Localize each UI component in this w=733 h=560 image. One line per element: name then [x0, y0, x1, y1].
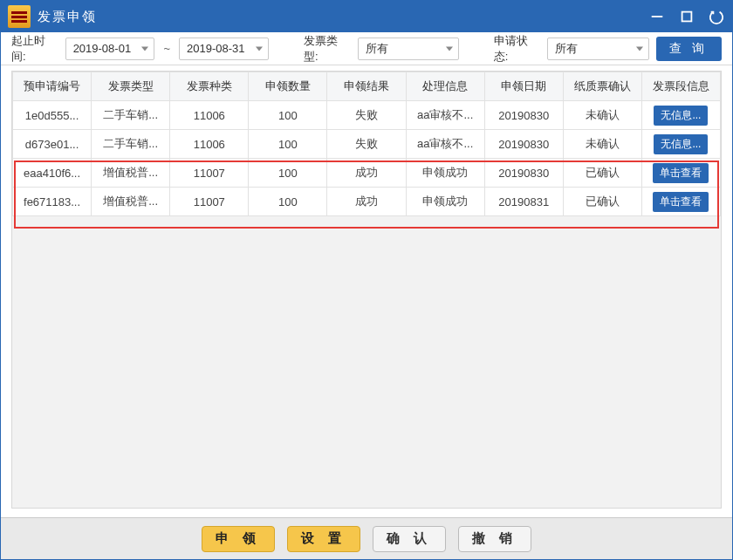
segment-info-button[interactable]: 无信息... [654, 106, 708, 126]
footer-bar: 申 领 设 置 确 认 撤 销 [1, 517, 732, 559]
cell-info: 申领成功 [406, 159, 484, 188]
cell-date: 20190830 [484, 159, 563, 188]
window-title: 发票申领 [38, 9, 97, 25]
cell-seg: 无信息... [641, 101, 720, 130]
cell-kind: 11007 [170, 159, 249, 188]
cell-date: 20190831 [484, 188, 563, 216]
apply-button[interactable]: 申 领 [202, 526, 275, 552]
cell-result: 成功 [327, 188, 406, 216]
apply-status-value: 所有 [555, 41, 578, 57]
col-kind: 发票种类 [170, 72, 249, 101]
title-bar: 发票申领 [1, 1, 732, 32]
minimize-icon[interactable] [648, 8, 666, 25]
col-date: 申领日期 [484, 72, 563, 101]
cell-info: aa审核不... [406, 101, 484, 130]
col-confirm: 纸质票确认 [563, 72, 641, 101]
title-bar-left: 发票申领 [8, 5, 97, 28]
cell-confirm: 已确认 [563, 188, 641, 216]
chevron-down-icon [256, 46, 263, 51]
confirm-button[interactable]: 确 认 [373, 526, 446, 552]
cell-type: 二手车销... [92, 101, 170, 130]
cell-qty: 100 [249, 130, 327, 159]
table-row[interactable]: eaa410f6...增值税普...11007100成功申领成功20190830… [13, 159, 721, 188]
table-header-row: 预申请编号 发票类型 发票种类 申领数量 申领结果 处理信息 申领日期 纸质票确… [13, 72, 721, 101]
invoice-type-label: 发票类型: [304, 33, 351, 65]
settings-button[interactable]: 设 置 [287, 526, 360, 552]
cell-type: 增值税普... [92, 159, 170, 188]
date-from-value: 2019-08-01 [73, 42, 132, 55]
col-seg: 发票段信息 [641, 72, 720, 101]
cell-seg: 无信息... [641, 130, 720, 159]
invoice-type-value: 所有 [366, 41, 388, 57]
cell-id: fe671183... [13, 188, 92, 216]
cell-result: 失败 [327, 130, 406, 159]
table-container: 预申请编号 发票类型 发票种类 申领数量 申领结果 处理信息 申领日期 纸质票确… [1, 65, 732, 517]
cell-kind: 11007 [170, 188, 249, 216]
date-range-separator: ~ [161, 42, 172, 55]
cell-seg: 单击查看 [641, 159, 720, 188]
cell-qty: 100 [249, 101, 327, 130]
segment-info-button[interactable]: 单击查看 [653, 163, 709, 183]
date-to-value: 2019-08-31 [187, 42, 245, 55]
app-logo-icon [8, 5, 31, 28]
maximize-icon[interactable] [678, 8, 695, 25]
col-result: 申领结果 [327, 72, 406, 101]
apply-status-label: 申请状态: [494, 33, 541, 65]
cell-qty: 100 [249, 188, 327, 216]
invoice-type-select[interactable]: 所有 [358, 38, 459, 60]
table-row[interactable]: d673e01...二手车销...11006100失败aa审核不...20190… [13, 130, 721, 159]
table-row[interactable]: fe671183...增值税普...11007100成功申领成功20190831… [13, 188, 721, 216]
back-icon[interactable] [708, 8, 725, 25]
cell-confirm: 未确认 [563, 130, 641, 159]
cancel-button[interactable]: 撤 销 [458, 526, 531, 552]
svg-rect-1 [682, 12, 692, 22]
cell-info: 申领成功 [406, 188, 484, 216]
segment-info-button[interactable]: 单击查看 [653, 192, 709, 212]
chevron-down-icon [141, 46, 148, 51]
chevron-down-icon [446, 46, 453, 51]
table-row[interactable]: 1e0d555...二手车销...11006100失败aa审核不...20190… [13, 101, 721, 130]
cell-kind: 11006 [170, 101, 249, 130]
cell-kind: 11006 [170, 130, 249, 159]
app-window: 发票申领 起止时间: 2019-08-01 ~ 2019-08-31 发票类型:… [0, 0, 733, 560]
segment-info-button[interactable]: 无信息... [654, 134, 708, 154]
cell-id: eaa410f6... [13, 159, 92, 188]
col-id: 预申请编号 [13, 72, 92, 101]
chevron-down-icon [636, 46, 643, 51]
cell-confirm: 未确认 [563, 101, 641, 130]
cell-qty: 100 [249, 159, 327, 188]
date-range-label: 起止时间: [11, 33, 58, 65]
date-to-input[interactable]: 2019-08-31 [179, 38, 269, 60]
cell-date: 20190830 [484, 101, 563, 130]
cell-id: 1e0d555... [13, 101, 92, 130]
cell-seg: 单击查看 [641, 188, 720, 216]
cell-confirm: 已确认 [563, 159, 641, 188]
date-from-input[interactable]: 2019-08-01 [65, 38, 155, 60]
query-button[interactable]: 查 询 [656, 37, 722, 61]
cell-type: 增值税普... [92, 188, 170, 216]
filter-bar: 起止时间: 2019-08-01 ~ 2019-08-31 发票类型: 所有 申… [1, 32, 732, 65]
col-qty: 申领数量 [249, 72, 327, 101]
window-controls [648, 8, 725, 25]
apply-status-select[interactable]: 所有 [547, 38, 648, 60]
table-box: 预申请编号 发票类型 发票种类 申领数量 申领结果 处理信息 申领日期 纸质票确… [11, 71, 722, 509]
col-info: 处理信息 [406, 72, 484, 101]
cell-id: d673e01... [13, 130, 92, 159]
results-table: 预申请编号 发票类型 发票种类 申领数量 申领结果 处理信息 申领日期 纸质票确… [12, 72, 721, 216]
cell-result: 成功 [327, 159, 406, 188]
col-type: 发票类型 [92, 72, 170, 101]
cell-date: 20190830 [484, 130, 563, 159]
cell-info: aa审核不... [406, 130, 484, 159]
cell-type: 二手车销... [92, 130, 170, 159]
cell-result: 失败 [327, 101, 406, 130]
